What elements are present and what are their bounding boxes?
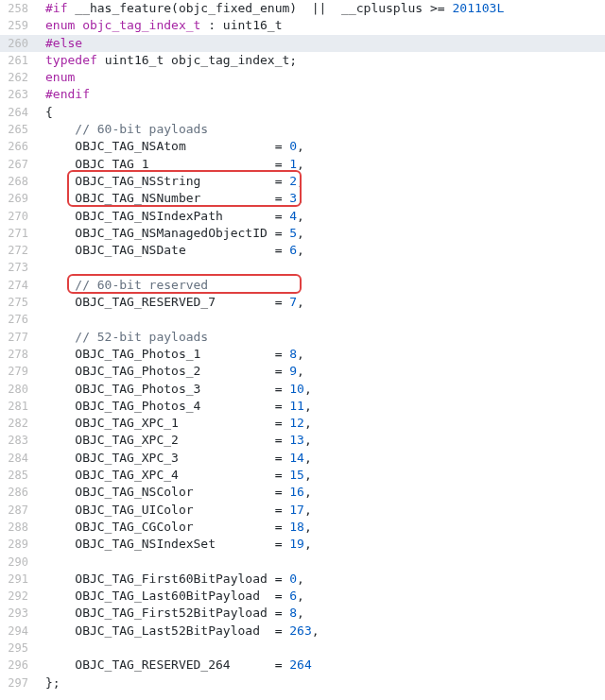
token: 9 bbox=[289, 364, 297, 378]
token: objc_tag_index_t bbox=[82, 18, 200, 32]
token: , bbox=[304, 416, 312, 430]
code-line: 258#if __has_feature(objc_fixed_enum) ||… bbox=[0, 0, 605, 17]
token: { bbox=[45, 105, 53, 119]
code-line: 272 OBJC_TAG_NSDate = 6, bbox=[0, 242, 605, 259]
code-content: OBJC_TAG_Last60BitPayload = 6, bbox=[38, 588, 304, 605]
code-line: 296 OBJC_TAG_RESERVED_264 = 264 bbox=[0, 657, 605, 674]
code-content: OBJC_TAG_UIColor = 17, bbox=[38, 502, 312, 519]
code-content: // 60-bit reserved bbox=[38, 277, 208, 294]
code-content: OBJC_TAG_NSIndexPath = 4, bbox=[38, 208, 304, 225]
code-content: enum bbox=[38, 69, 75, 86]
token: uint16_t objc_tag_index_t; bbox=[105, 53, 298, 67]
token: , bbox=[304, 399, 312, 413]
line-number: 259 bbox=[0, 17, 38, 34]
token: OBJC_TAG_Photos_2 = bbox=[45, 364, 289, 378]
line-number: 278 bbox=[0, 346, 38, 363]
line-number: 295 bbox=[0, 640, 38, 657]
token: 6 bbox=[289, 243, 297, 257]
line-number: 277 bbox=[0, 329, 38, 346]
token: OBJC_TAG_XPC_4 = bbox=[45, 468, 289, 482]
code-content: OBJC_TAG_CGColor = 18, bbox=[38, 519, 312, 536]
code-line: 279 OBJC_TAG_Photos_2 = 9, bbox=[0, 363, 605, 380]
line-number: 270 bbox=[0, 208, 38, 225]
code-line: 277 // 52-bit payloads bbox=[0, 329, 605, 346]
token: , bbox=[297, 295, 304, 309]
line-number: 267 bbox=[0, 156, 38, 173]
line-number: 280 bbox=[0, 381, 38, 398]
code-content: { bbox=[38, 104, 53, 121]
token: 14 bbox=[289, 451, 304, 465]
code-content: OBJC_TAG_Last52BitPayload = 263, bbox=[38, 623, 320, 640]
token: , bbox=[312, 623, 320, 638]
line-number: 263 bbox=[0, 86, 38, 103]
code-line: 292 OBJC_TAG_Last60BitPayload = 6, bbox=[0, 588, 605, 605]
token: 1 bbox=[289, 157, 297, 171]
code-content: OBJC_TAG_Photos_4 = 11, bbox=[38, 398, 312, 415]
token: 12 bbox=[289, 416, 304, 430]
token: OBJC_TAG_1 = bbox=[45, 157, 289, 171]
line-number: 297 bbox=[0, 674, 38, 691]
code-content: #else bbox=[38, 35, 82, 52]
line-number: 272 bbox=[0, 242, 38, 259]
token: OBJC_TAG_NSNumber = bbox=[45, 191, 289, 205]
code-line: 293 OBJC_TAG_First52BitPayload = 8, bbox=[0, 605, 605, 622]
code-content: OBJC_TAG_First60BitPayload = 0, bbox=[38, 571, 304, 588]
line-number: 269 bbox=[0, 190, 38, 207]
token: OBJC_TAG_Photos_3 = bbox=[45, 382, 289, 396]
token: , bbox=[297, 157, 304, 171]
token: , bbox=[297, 226, 304, 240]
token: OBJC_TAG_Photos_4 = bbox=[45, 399, 289, 413]
token: 0 bbox=[289, 139, 297, 153]
token: __has_feature(objc_fixed_enum) || __cplu… bbox=[75, 1, 452, 15]
line-number: 261 bbox=[0, 52, 38, 69]
token: 13 bbox=[289, 433, 304, 447]
code-line: 284 OBJC_TAG_XPC_3 = 14, bbox=[0, 450, 605, 467]
code-line: 268 OBJC_TAG_NSString = 2, bbox=[0, 173, 605, 190]
token: 17 bbox=[289, 503, 304, 517]
token: 10 bbox=[289, 382, 304, 396]
line-number: 289 bbox=[0, 536, 38, 553]
token: , bbox=[304, 485, 312, 499]
token: , bbox=[297, 243, 304, 257]
code-line: 295 bbox=[0, 640, 605, 657]
token: OBJC_TAG_UIColor = bbox=[45, 503, 289, 517]
code-content: OBJC_TAG_Photos_2 = 9, bbox=[38, 363, 304, 380]
line-number: 283 bbox=[0, 432, 38, 449]
token: , bbox=[297, 364, 304, 378]
token: }; bbox=[45, 675, 60, 690]
token: 19 bbox=[289, 537, 304, 551]
code-line: 265 // 60-bit payloads bbox=[0, 121, 605, 138]
token: OBJC_TAG_CGColor = bbox=[45, 520, 289, 534]
code-content: OBJC_TAG_NSAtom = 0, bbox=[38, 138, 304, 155]
token: OBJC_TAG_NSColor = bbox=[45, 485, 289, 499]
code-line: 278 OBJC_TAG_Photos_1 = 8, bbox=[0, 346, 605, 363]
line-number: 291 bbox=[0, 571, 38, 588]
token: 16 bbox=[289, 485, 304, 499]
code-line: 285 OBJC_TAG_XPC_4 = 15, bbox=[0, 467, 605, 484]
token: 201103L bbox=[452, 1, 504, 15]
token: , bbox=[304, 382, 312, 396]
token: 5 bbox=[289, 226, 297, 240]
code-line: 290 bbox=[0, 554, 605, 571]
code-line: 274 // 60-bit reserved bbox=[0, 277, 605, 294]
line-number: 266 bbox=[0, 138, 38, 155]
line-number: 264 bbox=[0, 104, 38, 121]
token: OBJC_TAG_XPC_1 = bbox=[45, 416, 289, 430]
line-number: 262 bbox=[0, 69, 38, 86]
token: 8 bbox=[289, 606, 297, 620]
code-line: 264{ bbox=[0, 104, 605, 121]
token: #endif bbox=[45, 87, 90, 101]
code-content: #if __has_feature(objc_fixed_enum) || __… bbox=[38, 0, 504, 17]
code-content: OBJC_TAG_XPC_4 = 15, bbox=[38, 467, 312, 484]
token: OBJC_TAG_Last52BitPayload = bbox=[45, 623, 289, 638]
token: 4 bbox=[289, 209, 297, 223]
token: , bbox=[304, 451, 312, 465]
line-number: 292 bbox=[0, 588, 38, 605]
code-line: 267 OBJC_TAG_1 = 1, bbox=[0, 156, 605, 173]
code-line: 261typedef uint16_t objc_tag_index_t; bbox=[0, 52, 605, 69]
token: , bbox=[304, 468, 312, 482]
code-content: OBJC_TAG_NSManagedObjectID = 5, bbox=[38, 225, 304, 242]
code-line: 286 OBJC_TAG_NSColor = 16, bbox=[0, 484, 605, 501]
token: , bbox=[304, 433, 312, 447]
token: OBJC_TAG_First60BitPayload = bbox=[45, 572, 289, 586]
